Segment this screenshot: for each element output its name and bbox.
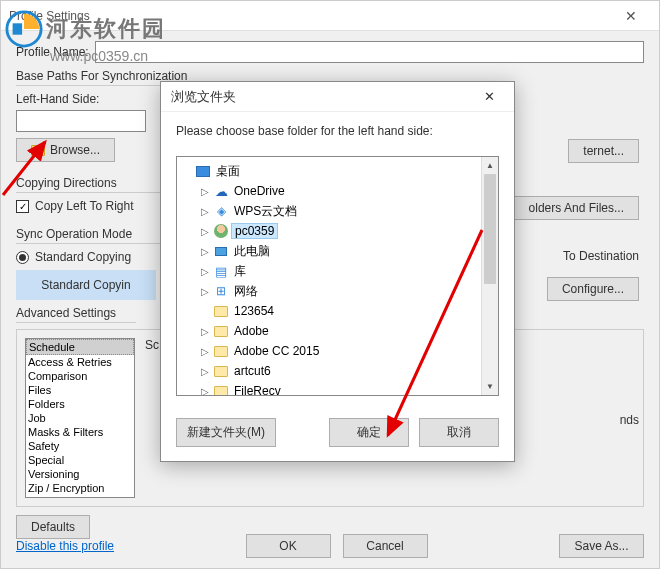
main-close-icon[interactable]: ✕ [611, 8, 651, 24]
dialog-titlebar: 浏览文件夹 ✕ [161, 82, 514, 112]
net-icon: ⊞ [213, 283, 229, 299]
browse-label: Browse... [50, 143, 100, 157]
tree-item-label: 此电脑 [231, 243, 273, 260]
adv-item[interactable]: Access & Retries [26, 355, 134, 369]
tree-item[interactable]: ▷Adobe CC 2015 [177, 341, 481, 361]
expand-icon[interactable]: ▷ [199, 186, 211, 197]
dialog-title: 浏览文件夹 [171, 88, 474, 106]
expand-icon[interactable]: ▷ [199, 366, 211, 377]
tree-item[interactable]: 桌面 [177, 161, 481, 181]
expand-icon[interactable]: ▷ [199, 226, 211, 237]
scroll-up-icon[interactable]: ▲ [482, 157, 498, 174]
dialog-cancel-button[interactable]: 取消 [419, 418, 499, 447]
adv-item[interactable]: Advanced [26, 495, 134, 498]
ok-button[interactable]: OK [246, 534, 331, 558]
copy-left-right-checkbox[interactable]: ✓ [16, 200, 29, 213]
expand-icon[interactable]: ▷ [199, 346, 211, 357]
scroll-thumb[interactable] [484, 174, 496, 284]
dialog-prompt: Please choose base folder for the left h… [176, 124, 499, 138]
tree-item[interactable]: ▷⊞网络 [177, 281, 481, 301]
tree-item-label: Adobe CC 2015 [231, 344, 322, 358]
dialog-close-icon[interactable]: ✕ [474, 89, 504, 104]
adv-item[interactable]: Zip / Encryption [26, 481, 134, 495]
tree-item[interactable]: ▷FileRecv [177, 381, 481, 395]
adv-item[interactable]: Masks & Filters [26, 425, 134, 439]
standard-copying-label: Standard Copying [35, 250, 131, 264]
lib-icon: ▤ [213, 263, 229, 279]
expand-icon[interactable]: ▷ [199, 286, 211, 297]
folder-tree-container: 桌面▷☁OneDrive▷◈WPS云文档▷pc0359▷此电脑▷▤库▷⊞网络12… [176, 156, 499, 396]
watermark-title: 河东软件园 [46, 16, 166, 41]
standard-copying-radio[interactable] [16, 251, 29, 264]
tree-item-label: 桌面 [213, 163, 243, 180]
adv-item[interactable]: Special [26, 453, 134, 467]
folder-icon [213, 323, 229, 339]
advanced-settings-label: Advanced Settings [16, 306, 136, 323]
watermark: 河东软件园 www.pc0359.cn [5, 10, 166, 64]
user-icon [213, 223, 229, 239]
expand-icon[interactable]: ▷ [199, 266, 211, 277]
tree-item[interactable]: ▷▤库 [177, 261, 481, 281]
cancel-button[interactable]: Cancel [343, 534, 428, 558]
scroll-down-icon[interactable]: ▼ [482, 378, 498, 395]
tree-item-label: pc0359 [231, 223, 278, 239]
tree-item-label: WPS云文档 [231, 203, 300, 220]
tree-item-label: FileRecv [231, 384, 284, 395]
expand-icon[interactable]: ▷ [199, 206, 211, 217]
advanced-list[interactable]: ScheduleAccess & RetriesComparisonFilesF… [25, 338, 135, 498]
wps-icon: ◈ [213, 203, 229, 219]
tree-item[interactable]: ▷☁OneDrive [177, 181, 481, 201]
dialog-ok-button[interactable]: 确定 [329, 418, 409, 447]
watermark-url: www.pc0359.cn [50, 48, 166, 64]
tree-item[interactable]: ▷此电脑 [177, 241, 481, 261]
tree-item-label: Adobe [231, 324, 272, 338]
expand-icon[interactable]: ▷ [199, 386, 211, 396]
desktop-icon [195, 163, 211, 179]
folder-icon [213, 303, 229, 319]
tree-item-label: artcut6 [231, 364, 274, 378]
nds-label: nds [620, 413, 639, 427]
folder-icon [213, 343, 229, 359]
adv-item[interactable]: Safety [26, 439, 134, 453]
left-hand-input[interactable] [16, 110, 146, 132]
tree-item-label: 库 [231, 263, 249, 280]
tree-scrollbar[interactable]: ▲ ▼ [481, 157, 498, 395]
folder-icon [213, 363, 229, 379]
folder-tree[interactable]: 桌面▷☁OneDrive▷◈WPS云文档▷pc0359▷此电脑▷▤库▷⊞网络12… [177, 157, 481, 395]
adv-item[interactable]: Schedule [26, 339, 134, 355]
adv-item[interactable]: Folders [26, 397, 134, 411]
folder-icon [31, 145, 45, 156]
tree-item[interactable]: ▷◈WPS云文档 [177, 201, 481, 221]
profile-name-input[interactable] [95, 41, 644, 63]
to-destination-label: To Destination [563, 249, 639, 263]
pc-icon [213, 243, 229, 259]
adv-item[interactable]: Comparison [26, 369, 134, 383]
tree-item[interactable]: ▷pc0359 [177, 221, 481, 241]
tree-item-label: 网络 [231, 283, 261, 300]
adv-item[interactable]: Job [26, 411, 134, 425]
internet-button[interactable]: ternet... [568, 139, 639, 163]
save-as-button[interactable]: Save As... [559, 534, 644, 558]
adv-item[interactable]: Files [26, 383, 134, 397]
tree-item-label: 123654 [231, 304, 277, 318]
folder-icon [213, 383, 229, 395]
mode-banner: Standard Copyin [16, 270, 156, 300]
expand-icon[interactable]: ▷ [199, 246, 211, 257]
expand-icon[interactable]: ▷ [199, 326, 211, 337]
tree-item[interactable]: 123654 [177, 301, 481, 321]
configure-button[interactable]: Configure... [547, 277, 639, 301]
tree-item[interactable]: ▷artcut6 [177, 361, 481, 381]
copy-left-right-label: Copy Left To Right [35, 199, 134, 213]
browse-button[interactable]: Browse... [16, 138, 115, 162]
sc-label: Sc [145, 338, 159, 352]
disable-profile-link[interactable]: Disable this profile [16, 539, 114, 553]
adv-item[interactable]: Versioning [26, 467, 134, 481]
select-folders-files-button[interactable]: olders And Files... [514, 196, 639, 220]
cloud-icon: ☁ [213, 183, 229, 199]
browse-folder-dialog: 浏览文件夹 ✕ Please choose base folder for th… [160, 81, 515, 462]
tree-item-label: OneDrive [231, 184, 288, 198]
watermark-logo-icon [5, 10, 43, 48]
new-folder-button[interactable]: 新建文件夹(M) [176, 418, 276, 447]
tree-item[interactable]: ▷Adobe [177, 321, 481, 341]
